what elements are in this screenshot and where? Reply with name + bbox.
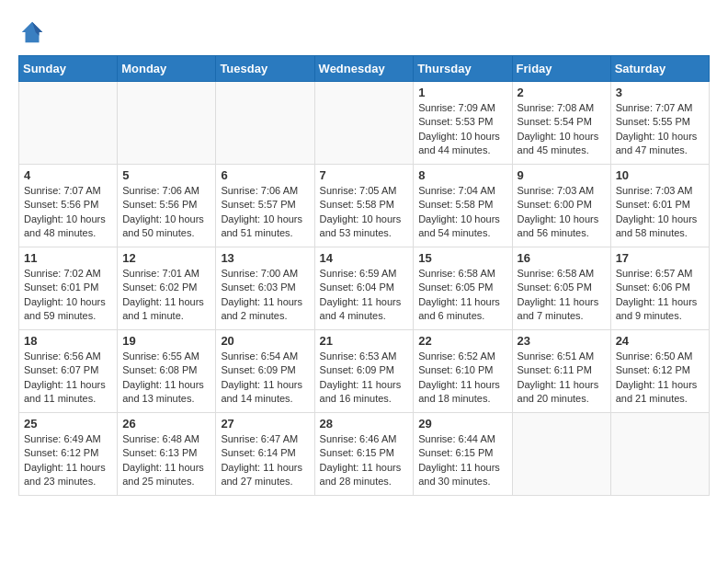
day-info: Sunrise: 7:04 AM Sunset: 5:58 PM Dayligh… [418, 184, 506, 241]
day-info: Sunrise: 6:46 AM Sunset: 6:15 PM Dayligh… [320, 432, 409, 489]
calendar-cell: 13Sunrise: 7:00 AM Sunset: 6:03 PM Dayli… [216, 247, 314, 330]
calendar-cell: 2Sunrise: 7:08 AM Sunset: 5:54 PM Daylig… [512, 82, 610, 165]
day-number: 3 [616, 86, 704, 99]
day-number: 2 [518, 86, 606, 99]
calendar-cell: 21Sunrise: 6:53 AM Sunset: 6:09 PM Dayli… [314, 330, 414, 413]
week-row-1: 1Sunrise: 7:09 AM Sunset: 5:53 PM Daylig… [19, 82, 710, 165]
day-number: 16 [518, 251, 606, 265]
calendar-cell [512, 413, 610, 496]
calendar-cell: 25Sunrise: 6:49 AM Sunset: 6:12 PM Dayli… [19, 413, 118, 496]
week-row-5: 25Sunrise: 6:49 AM Sunset: 6:12 PM Dayli… [19, 413, 710, 496]
day-info: Sunrise: 7:06 AM Sunset: 5:56 PM Dayligh… [122, 184, 210, 241]
header-day-wednesday: Wednesday [314, 56, 414, 82]
day-info: Sunrise: 7:01 AM Sunset: 6:02 PM Dayligh… [122, 267, 210, 324]
calendar-cell: 26Sunrise: 6:48 AM Sunset: 6:13 PM Dayli… [118, 413, 216, 496]
day-number: 22 [418, 334, 506, 348]
calendar-cell: 24Sunrise: 6:50 AM Sunset: 6:12 PM Dayli… [610, 330, 709, 413]
calendar-cell: 18Sunrise: 6:56 AM Sunset: 6:07 PM Dayli… [19, 330, 118, 413]
day-info: Sunrise: 6:58 AM Sunset: 6:05 PM Dayligh… [518, 267, 606, 324]
calendar-cell: 22Sunrise: 6:52 AM Sunset: 6:10 PM Dayli… [414, 330, 512, 413]
day-info: Sunrise: 6:51 AM Sunset: 6:11 PM Dayligh… [518, 350, 606, 407]
day-info: Sunrise: 7:03 AM Sunset: 6:01 PM Dayligh… [616, 184, 704, 241]
day-info: Sunrise: 6:56 AM Sunset: 6:07 PM Dayligh… [24, 350, 112, 407]
day-number: 28 [320, 417, 409, 431]
calendar-cell: 28Sunrise: 6:46 AM Sunset: 6:15 PM Dayli… [314, 413, 414, 496]
day-number: 26 [122, 417, 210, 431]
header-day-tuesday: Tuesday [216, 56, 314, 82]
day-number: 25 [24, 417, 112, 431]
logo [18, 18, 50, 46]
day-number: 19 [122, 334, 210, 348]
week-row-4: 18Sunrise: 6:56 AM Sunset: 6:07 PM Dayli… [19, 330, 710, 413]
day-number: 12 [122, 251, 210, 265]
day-info: Sunrise: 7:09 AM Sunset: 5:53 PM Dayligh… [418, 101, 506, 158]
calendar-cell: 27Sunrise: 6:47 AM Sunset: 6:14 PM Dayli… [216, 413, 314, 496]
day-info: Sunrise: 6:44 AM Sunset: 6:15 PM Dayligh… [418, 432, 506, 489]
day-info: Sunrise: 6:53 AM Sunset: 6:09 PM Dayligh… [320, 350, 409, 407]
day-info: Sunrise: 6:55 AM Sunset: 6:08 PM Dayligh… [122, 350, 210, 407]
calendar-cell: 3Sunrise: 7:07 AM Sunset: 5:55 PM Daylig… [610, 82, 709, 165]
calendar-cell: 10Sunrise: 7:03 AM Sunset: 6:01 PM Dayli… [610, 165, 709, 247]
day-info: Sunrise: 6:59 AM Sunset: 6:04 PM Dayligh… [320, 267, 409, 324]
day-info: Sunrise: 7:08 AM Sunset: 5:54 PM Dayligh… [518, 101, 606, 158]
day-number: 20 [221, 334, 309, 348]
header-day-saturday: Saturday [610, 56, 709, 82]
day-number: 1 [418, 86, 506, 99]
day-info: Sunrise: 6:58 AM Sunset: 6:05 PM Dayligh… [418, 267, 506, 324]
day-number: 24 [616, 334, 704, 348]
calendar-cell: 15Sunrise: 6:58 AM Sunset: 6:05 PM Dayli… [414, 247, 512, 330]
day-info: Sunrise: 7:03 AM Sunset: 6:00 PM Dayligh… [518, 184, 606, 241]
calendar-cell: 5Sunrise: 7:06 AM Sunset: 5:56 PM Daylig… [118, 165, 216, 247]
day-number: 8 [418, 168, 506, 182]
day-info: Sunrise: 6:50 AM Sunset: 6:12 PM Dayligh… [616, 350, 704, 407]
calendar-cell [610, 413, 709, 496]
day-number: 9 [518, 168, 606, 182]
calendar-cell [19, 82, 118, 165]
calendar-cell: 29Sunrise: 6:44 AM Sunset: 6:15 PM Dayli… [414, 413, 512, 496]
day-number: 18 [24, 334, 112, 348]
day-info: Sunrise: 7:06 AM Sunset: 5:57 PM Dayligh… [221, 184, 309, 241]
week-row-2: 4Sunrise: 7:07 AM Sunset: 5:56 PM Daylig… [19, 165, 710, 247]
day-info: Sunrise: 7:07 AM Sunset: 5:56 PM Dayligh… [24, 184, 112, 241]
calendar-cell [216, 82, 314, 165]
day-number: 13 [221, 251, 309, 265]
day-number: 27 [221, 417, 309, 431]
header-day-thursday: Thursday [414, 56, 512, 82]
week-row-3: 11Sunrise: 7:02 AM Sunset: 6:01 PM Dayli… [19, 247, 710, 330]
day-info: Sunrise: 6:54 AM Sunset: 6:09 PM Dayligh… [221, 350, 309, 407]
header-day-sunday: Sunday [19, 56, 118, 82]
calendar-cell: 12Sunrise: 7:01 AM Sunset: 6:02 PM Dayli… [118, 247, 216, 330]
calendar-cell: 14Sunrise: 6:59 AM Sunset: 6:04 PM Dayli… [314, 247, 414, 330]
day-number: 21 [320, 334, 409, 348]
calendar-cell [314, 82, 414, 165]
day-info: Sunrise: 7:00 AM Sunset: 6:03 PM Dayligh… [221, 267, 309, 324]
day-number: 15 [418, 251, 506, 265]
day-number: 5 [122, 168, 210, 182]
calendar-cell: 11Sunrise: 7:02 AM Sunset: 6:01 PM Dayli… [19, 247, 118, 330]
day-number: 4 [24, 168, 112, 182]
day-number: 17 [616, 251, 704, 265]
day-number: 23 [518, 334, 606, 348]
calendar-table: SundayMondayTuesdayWednesdayThursdayFrid… [18, 55, 710, 496]
day-number: 6 [221, 168, 309, 182]
calendar-cell: 17Sunrise: 6:57 AM Sunset: 6:06 PM Dayli… [610, 247, 709, 330]
calendar-cell: 7Sunrise: 7:05 AM Sunset: 5:58 PM Daylig… [314, 165, 414, 247]
header-day-friday: Friday [512, 56, 610, 82]
calendar-cell: 6Sunrise: 7:06 AM Sunset: 5:57 PM Daylig… [216, 165, 314, 247]
calendar-cell: 1Sunrise: 7:09 AM Sunset: 5:53 PM Daylig… [414, 82, 512, 165]
day-info: Sunrise: 6:57 AM Sunset: 6:06 PM Dayligh… [616, 267, 704, 324]
calendar-cell: 8Sunrise: 7:04 AM Sunset: 5:58 PM Daylig… [414, 165, 512, 247]
logo-icon [18, 18, 46, 46]
calendar-cell: 4Sunrise: 7:07 AM Sunset: 5:56 PM Daylig… [19, 165, 118, 247]
calendar-cell [118, 82, 216, 165]
day-info: Sunrise: 6:48 AM Sunset: 6:13 PM Dayligh… [122, 432, 210, 489]
header-day-monday: Monday [118, 56, 216, 82]
calendar-cell: 16Sunrise: 6:58 AM Sunset: 6:05 PM Dayli… [512, 247, 610, 330]
day-number: 11 [24, 251, 112, 265]
calendar-cell: 23Sunrise: 6:51 AM Sunset: 6:11 PM Dayli… [512, 330, 610, 413]
day-number: 29 [418, 417, 506, 431]
day-info: Sunrise: 6:47 AM Sunset: 6:14 PM Dayligh… [221, 432, 309, 489]
day-info: Sunrise: 6:52 AM Sunset: 6:10 PM Dayligh… [418, 350, 506, 407]
day-number: 7 [320, 168, 409, 182]
day-info: Sunrise: 7:02 AM Sunset: 6:01 PM Dayligh… [24, 267, 112, 324]
